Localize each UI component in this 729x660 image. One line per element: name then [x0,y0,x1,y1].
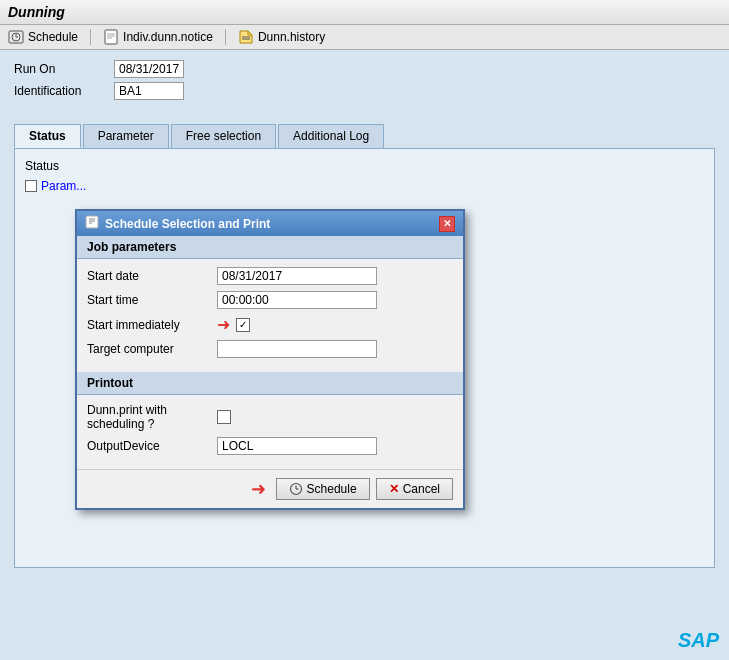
tabs-container: Status Parameter Free selection Addition… [0,114,729,568]
tab-additional-log-label: Additional Log [293,129,369,143]
schedule-modal: Schedule Selection and Print ✕ Job param… [75,209,465,510]
app-title: Dunning [8,4,65,20]
toolbar-separator-1 [90,29,91,45]
identification-value: BA1 [114,82,184,100]
main-content: Run On 08/31/2017 Identification BA1 [0,50,729,114]
modal-body: Job parameters Start date Start time [77,236,463,469]
page-icon [103,29,119,45]
start-date-input[interactable] [217,267,377,285]
tab-parameter-label: Parameter [98,129,154,143]
modal-header: Schedule Selection and Print ✕ [77,211,463,236]
job-params-form: Start date Start time Start immediately … [77,259,463,372]
target-computer-row: Target computer [87,340,453,358]
start-time-input[interactable] [217,291,377,309]
tabs: Status Parameter Free selection Addition… [14,124,715,148]
tab-additional-log[interactable]: Additional Log [278,124,384,148]
schedule-button[interactable]: Schedule [276,478,370,500]
run-on-value: 08/31/2017 [114,60,184,78]
schedule-btn-label: Schedule [307,482,357,496]
identification-label: Identification [14,84,114,98]
tab-content: Status Param... [14,148,715,568]
cancel-icon: ✕ [389,482,399,496]
schedule-btn-icon [289,482,303,496]
toolbar: Schedule Indiv.dunn.notice Dunn.history [0,25,729,50]
modal-close-button[interactable]: ✕ [439,216,455,232]
dunn-history-label: Dunn.history [258,30,325,44]
dunn-history-toolbar-btn[interactable]: Dunn.history [238,29,325,45]
tab-free-selection-label: Free selection [186,129,261,143]
start-time-row: Start time [87,291,453,309]
start-immediately-checkbox[interactable] [236,318,250,332]
indiv-dunn-label: Indiv.dunn.notice [123,30,213,44]
start-immediately-arrow: ➜ [217,315,230,334]
start-immediately-row: Start immediately ➜ [87,315,453,334]
svg-rect-4 [105,30,117,44]
output-device-input[interactable] [217,437,377,455]
dunn-print-row: Dunn.print with scheduling ? [87,403,453,431]
run-on-row: Run On 08/31/2017 [14,60,715,78]
dunn-print-checkbox[interactable] [217,410,231,424]
cancel-btn-label: Cancel [403,482,440,496]
schedule-toolbar-label: Schedule [28,30,78,44]
job-params-section-header: Job parameters [77,236,463,259]
target-computer-input[interactable] [217,340,377,358]
footer-arrow: ➜ [251,478,266,500]
cancel-button[interactable]: ✕ Cancel [376,478,453,500]
modal-header-icon [85,215,99,232]
printout-section-header: Printout [77,372,463,395]
dunn-print-label: Dunn.print with scheduling ? [87,403,217,431]
start-immediately-label: Start immediately [87,318,217,332]
modal-header-left: Schedule Selection and Print [85,215,270,232]
identification-row: Identification BA1 [14,82,715,100]
modal-title: Schedule Selection and Print [105,217,270,231]
indiv-dunn-toolbar-btn[interactable]: Indiv.dunn.notice [103,29,213,45]
schedule-toolbar-icon [8,29,24,45]
history-icon [238,29,254,45]
tab-status-label: Status [29,129,66,143]
start-date-label: Start date [87,269,217,283]
modal-overlay: Schedule Selection and Print ✕ Job param… [15,149,714,567]
start-date-row: Start date [87,267,453,285]
printout-form: Dunn.print with scheduling ? OutputDevic… [77,395,463,469]
output-device-label: OutputDevice [87,439,217,453]
start-time-label: Start time [87,293,217,307]
toolbar-separator-2 [225,29,226,45]
svg-rect-11 [86,216,98,228]
sap-logo: SAP [678,629,719,652]
title-bar: Dunning [0,0,729,25]
run-on-label: Run On [14,62,114,76]
tab-free-selection[interactable]: Free selection [171,124,276,148]
schedule-toolbar-btn[interactable]: Schedule [8,29,78,45]
output-device-row: OutputDevice [87,437,453,455]
modal-footer: ➜ Schedule ✕ Cancel [77,469,463,508]
target-computer-label: Target computer [87,342,217,356]
tab-parameter[interactable]: Parameter [83,124,169,148]
tab-status[interactable]: Status [14,124,81,148]
